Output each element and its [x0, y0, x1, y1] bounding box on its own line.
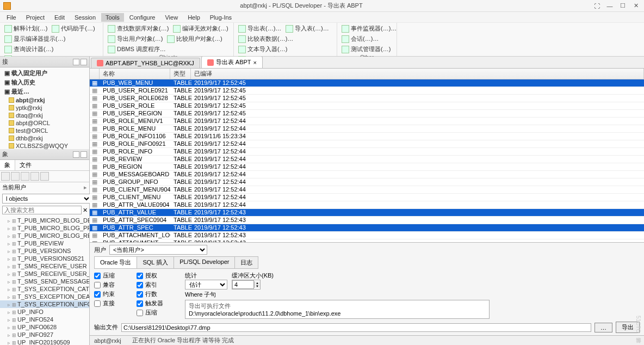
table-row[interactable]: ▦PUB_CLIENT_MENUTABLE2019/9/17 12:52:44	[90, 194, 644, 201]
object-item[interactable]: T_PUB_MICRO_BLOG_DETAIL	[0, 217, 89, 224]
object-item[interactable]: T_PUB_MICRO_BLOG_READER	[0, 232, 89, 239]
user-select[interactable]: <当前用户>	[109, 245, 207, 255]
table-row[interactable]: ▦PUB_CLIENT_MENU904TABLE2019/9/17 12:52:…	[90, 186, 644, 194]
toolbar-btn[interactable]	[1, 172, 10, 181]
connection-item[interactable]: dthb@rxkj	[2, 134, 87, 142]
object-item[interactable]: T_PUB_VERSIONS0521	[0, 255, 89, 262]
chk-index[interactable]: 索引	[137, 281, 163, 289]
table-row[interactable]: ▦PUB_ATTR_VALUE0904TABLE2019/9/17 12:52:…	[90, 201, 644, 209]
table-row[interactable]: ▦PUB_USER_ROLE0628TABLE2019/9/17 12:52:4…	[90, 95, 644, 102]
table-row[interactable]: ▦PUB_ROLE_MENUV1TABLE2019/9/17 12:52:44	[90, 118, 644, 125]
connection-item[interactable]: abpt@ORCL	[2, 119, 87, 127]
col-compiled[interactable]: 已编译	[191, 69, 644, 79]
table-row[interactable]: ▦PUB_REVIEWTABLE2019/9/17 12:52:44	[90, 156, 644, 163]
object-item[interactable]: UP_INFO524	[0, 316, 89, 323]
connection-item[interactable]: XCLBSZS@WQQY	[2, 142, 87, 149]
object-item[interactable]: UP_INFO927	[0, 331, 89, 338]
buffer-size-input[interactable]: ▲▼	[232, 280, 261, 289]
maximize-icon[interactable]: ☐	[619, 2, 627, 10]
ribbon-item[interactable]: 导出用户对象(…)	[107, 34, 164, 44]
menu-file[interactable]: File	[2, 13, 21, 22]
table-row[interactable]: ▦PUB_USER_ROLE0921TABLE2019/9/17 12:52:4…	[90, 87, 644, 95]
connection-item[interactable]: yptk@rxkj	[2, 104, 87, 112]
tab-files[interactable]: 文件	[15, 160, 36, 170]
table-row[interactable]: ▦PUB_ATTACHMENT_LOGTABLE2019/9/17 12:52:…	[90, 232, 644, 239]
ribbon-item[interactable]: 比较用户对象(…)	[166, 34, 223, 44]
tab-close-icon[interactable]: ×	[253, 59, 257, 66]
ribbon-item[interactable]: 代码助手(…)	[51, 24, 96, 33]
objects-scope[interactable]: 当前用户 ▸	[0, 182, 89, 193]
table-row[interactable]: ▦PUB_REGIONTABLE2019/9/17 12:52:44	[90, 163, 644, 171]
ribbon-item[interactable]: 测试管理器(…)	[340, 45, 392, 54]
connection-item[interactable]: dtaq@rxkj	[2, 112, 87, 119]
subtab[interactable]: Oracle 导出	[94, 256, 137, 269]
subtab[interactable]: PL/SQL Developer	[174, 256, 235, 269]
tree-history[interactable]: ▣ 输入历史	[2, 78, 87, 87]
panel-close-icon[interactable]	[81, 59, 87, 65]
table-row[interactable]: ▦PUB_MESSAGEBOARDTABLE2019/9/17 12:52:44	[90, 171, 644, 178]
connection-item[interactable]: abpt@rxkj	[2, 96, 87, 104]
output-file-input[interactable]	[121, 323, 591, 332]
panel-close-icon[interactable]	[81, 151, 87, 158]
col-type[interactable]: 类型	[170, 69, 191, 79]
table-row[interactable]: ▦PUB_ROLE_MENUTABLE2019/9/17 12:52:44	[90, 125, 644, 133]
chk-grant[interactable]: 授权	[137, 272, 163, 280]
ribbon-item[interactable]: 解释计划(…)	[3, 24, 48, 33]
panel-pin-icon[interactable]	[73, 59, 79, 65]
menu-help[interactable]: Help	[183, 13, 205, 22]
minimize-icon[interactable]: —	[606, 2, 614, 10]
menu-edit[interactable]: Edit	[50, 13, 69, 22]
chk-constraint[interactable]: 约束	[94, 290, 115, 298]
ribbon-item[interactable]: 查找数据库对象(…)	[107, 24, 170, 33]
restore-icon[interactable]: ⛶	[593, 2, 600, 10]
ribbon-item[interactable]: 编译无效对象(…)	[172, 24, 229, 33]
editor-tab[interactable]: 导出表 ABPT×	[201, 57, 263, 68]
spin-down-icon[interactable]: ▼	[254, 285, 260, 288]
chk-compress2[interactable]: 压缩	[137, 309, 163, 317]
stats-select[interactable]: 估计	[185, 280, 227, 289]
chk-rows[interactable]: 行数	[137, 290, 163, 298]
toolbar-btn[interactable]	[11, 172, 20, 181]
tree-recent[interactable]: ▣ 最近…	[2, 87, 87, 96]
table-row[interactable]: ▦PUB_USER_REGIONTABLE2019/9/17 12:52:45	[90, 110, 644, 118]
chk-direct[interactable]: 直接	[94, 299, 115, 307]
object-item[interactable]: T_PUB_MICRO_BLOG_PRAISE	[0, 224, 89, 232]
toolbar-btn[interactable]	[40, 172, 49, 181]
panel-pin-icon[interactable]	[73, 151, 79, 158]
menu-configure[interactable]: Configure	[125, 13, 160, 22]
object-item[interactable]: T_SYS_EXCEPTION_DEAL_INF	[0, 293, 89, 300]
object-item[interactable]: T_PUB_VERSIONS	[0, 247, 89, 255]
ribbon-item[interactable]: DBMS 调度程序…	[107, 45, 167, 54]
table-row[interactable]: ▦PUB_ATTR_SPECTABLE2019/9/17 12:52:43	[90, 224, 644, 232]
chk-compress[interactable]: 压缩	[94, 272, 115, 280]
table-row[interactable]: ▦PUB_ATTR_VALUETABLE2019/9/17 12:52:43	[90, 209, 644, 217]
ribbon-item[interactable]: 导入表(…)…	[284, 24, 330, 33]
ribbon-item[interactable]: 导出表(…)…	[237, 24, 282, 33]
ribbon-item[interactable]: 会话(…)…	[340, 34, 380, 44]
object-item[interactable]: T_SYS_EXCEPTION_INFO	[0, 300, 89, 308]
subtab[interactable]: SQL 插入	[137, 256, 174, 269]
toolbar-btn[interactable]	[21, 172, 29, 181]
object-item[interactable]: UP_INFO	[0, 308, 89, 316]
objects-filter-select[interactable]: l objects	[2, 194, 91, 204]
editor-tab[interactable]: ABPT.ABPT_YHSB_LHC@RXKJ	[91, 58, 200, 68]
object-item[interactable]: T_SMS_RECEIVE_USER_LOG	[0, 270, 89, 278]
object-item[interactable]: T_SYS_EXCEPTION_CATEGORY	[0, 285, 89, 293]
close-icon[interactable]: ✕	[632, 2, 640, 10]
ribbon-item[interactable]: 事件监视器(…)…	[340, 24, 398, 33]
menu-view[interactable]: View	[160, 13, 182, 22]
ribbon-item[interactable]: 文本导入器(…)	[237, 45, 288, 54]
chk-trigger[interactable]: 触发器	[137, 299, 163, 307]
table-row[interactable]: ▦PUB_USER_ROLETABLE2019/9/17 12:52:45	[90, 102, 644, 110]
object-item[interactable]: UP_INFO0628	[0, 323, 89, 331]
col-name[interactable]: 名称	[100, 69, 170, 79]
subtab[interactable]: 日志	[234, 256, 258, 269]
menu-project[interactable]: Project	[22, 13, 49, 22]
table-row[interactable]: ▦PUB_ROLE_INFO0921TABLE2019/9/17 12:52:4…	[90, 140, 644, 148]
objects-search-input[interactable]	[2, 206, 82, 214]
ribbon-item[interactable]: 显示编译器提示(…)	[3, 34, 66, 44]
table-row[interactable]: ▦PUB_ROLE_INFO1106TABLE2019/11/6 15:23:3…	[90, 133, 644, 140]
object-item[interactable]: T_SMS_RECEIVE_USER	[0, 262, 89, 270]
toolbar-btn[interactable]	[30, 172, 39, 181]
table-row[interactable]: ▦PUB_ROLE_INFOTABLE2019/9/17 12:52:44	[90, 148, 644, 156]
